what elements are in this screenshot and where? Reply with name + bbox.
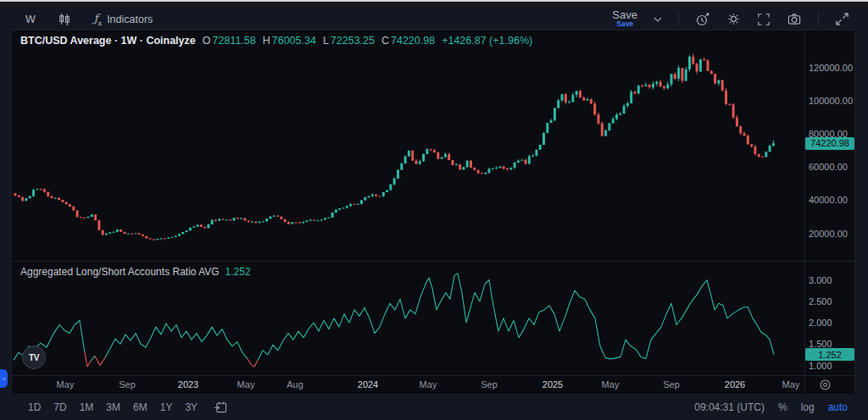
price-axis-divider [804, 30, 805, 394]
time-axis-label: May [602, 379, 620, 390]
symbol-title[interactable]: BTC/USD Average · 1W · Coinalyze [20, 35, 196, 47]
alerts-button[interactable] [695, 12, 710, 27]
interval-button[interactable]: W [25, 14, 36, 25]
candlestick-style-icon [58, 12, 72, 26]
range-button-7d[interactable]: 7D [51, 400, 69, 415]
pane-divider[interactable] [12, 261, 854, 262]
alert-clock-icon [695, 12, 710, 27]
price-tick-label: 20000.00 [809, 229, 848, 239]
range-button-3y[interactable]: 3Y [182, 400, 200, 415]
indicator-tick-label: 3.000 [809, 275, 832, 285]
save-button[interactable]: Save Save [612, 10, 637, 29]
window-top-band [0, 2, 868, 8]
price-tick-label: 100000.00 [809, 96, 853, 106]
main-chart-pane[interactable] [12, 30, 804, 261]
price-tick-label: 40000.00 [809, 195, 848, 205]
ohlc-close: C74220.98 [381, 35, 435, 47]
app-root: W ƒx Indicators Save Save [0, 0, 868, 420]
range-button-6m[interactable]: 6M [131, 400, 150, 415]
time-axis-label: 2024 [358, 379, 378, 390]
change-label: +1426.87 (+1.96%) [442, 35, 532, 47]
fullscreen-icon [757, 13, 771, 26]
go-to-date-button[interactable] [214, 401, 228, 414]
toolbar-divider [818, 12, 819, 26]
target-icon [819, 379, 832, 391]
clock-label[interactable]: 09:04:31 (UTC) [694, 401, 765, 413]
log-scale-button[interactable]: log [801, 401, 815, 413]
tradingview-logo[interactable]: TV [22, 345, 46, 369]
indicator-value: 1.252 [225, 266, 251, 278]
double-diagonal-arrows-icon [835, 12, 849, 26]
symbol-legend: BTC/USD Average · 1W · Coinalyze O72811.… [20, 35, 532, 47]
gear-icon [726, 12, 741, 26]
auto-scale-button[interactable]: auto [828, 401, 848, 413]
range-button-1m[interactable]: 1M [77, 400, 97, 415]
top-toolbar: W ƒx Indicators Save Save [0, 8, 868, 30]
chart-panel [12, 30, 854, 394]
indicator-tick-label: 1.000 [809, 361, 832, 371]
ohlc-high: H76005.34 [263, 35, 316, 47]
indicators-label: Indicators [107, 14, 153, 25]
time-axis-label: May [237, 379, 255, 390]
camera-icon [787, 12, 802, 26]
time-axis-label: May [782, 379, 800, 390]
last-price-badge: 74220.98 [805, 137, 854, 150]
indicator-value-badge: 1.252 [805, 348, 854, 361]
indicator-tick-label: 2.000 [809, 318, 832, 328]
settings-button[interactable] [726, 12, 741, 26]
chevron-down-icon [654, 17, 662, 22]
time-axis-label: Sep [481, 379, 498, 390]
price-tick-label: 120000.00 [809, 63, 853, 73]
screenshot-button[interactable] [787, 12, 802, 26]
indicator-legend: Aggregated Long/Short Accounts Ratio AVG… [20, 266, 251, 278]
bottom-toolbar: 1D7D1M3M6M1Y3Y 09:04:31 (UTC) % log auto [0, 394, 868, 420]
ohlc-low: L72253.25 [323, 35, 375, 47]
time-axis-label: May [57, 379, 75, 390]
arrows-button[interactable] [835, 12, 849, 26]
drawing-toolbar-handle[interactable]: › [0, 369, 8, 388]
time-axis-label: 2026 [725, 379, 745, 390]
ohlc-open: O72811.58 [203, 35, 256, 47]
time-axis-label: Sep [119, 379, 136, 390]
indicator-tick-label: 2.500 [809, 296, 832, 307]
scroll-to-realtime-button[interactable] [819, 379, 832, 391]
range-selector: 1D7D1M3M6M1Y3Y [25, 400, 200, 415]
range-button-1d[interactable]: 1D [25, 400, 43, 415]
time-axis-divider [12, 375, 854, 376]
toolbar-divider [678, 12, 679, 26]
save-autosave-badge: Save [616, 19, 633, 29]
fx-icon: ƒx [94, 12, 102, 27]
indicator-pane[interactable] [12, 261, 804, 375]
time-axis-label: 2023 [178, 379, 198, 390]
chart-style-button[interactable] [58, 12, 72, 26]
time-axis-label: May [420, 379, 437, 390]
percent-scale-button[interactable]: % [778, 401, 787, 413]
time-axis-label: Sep [663, 379, 680, 390]
save-label: Save [612, 10, 637, 19]
time-axis-label: Aug [287, 379, 303, 390]
save-menu-button[interactable] [654, 17, 662, 22]
range-button-3m[interactable]: 3M [103, 400, 123, 415]
price-tick-label: 60000.00 [809, 162, 848, 172]
range-button-1y[interactable]: 1Y [158, 400, 175, 415]
fullscreen-button[interactable] [757, 13, 771, 26]
indicator-title[interactable]: Aggregated Long/Short Accounts Ratio AVG [20, 266, 220, 278]
indicators-button[interactable]: ƒx Indicators [94, 12, 153, 27]
time-axis-label: 2025 [542, 379, 563, 390]
